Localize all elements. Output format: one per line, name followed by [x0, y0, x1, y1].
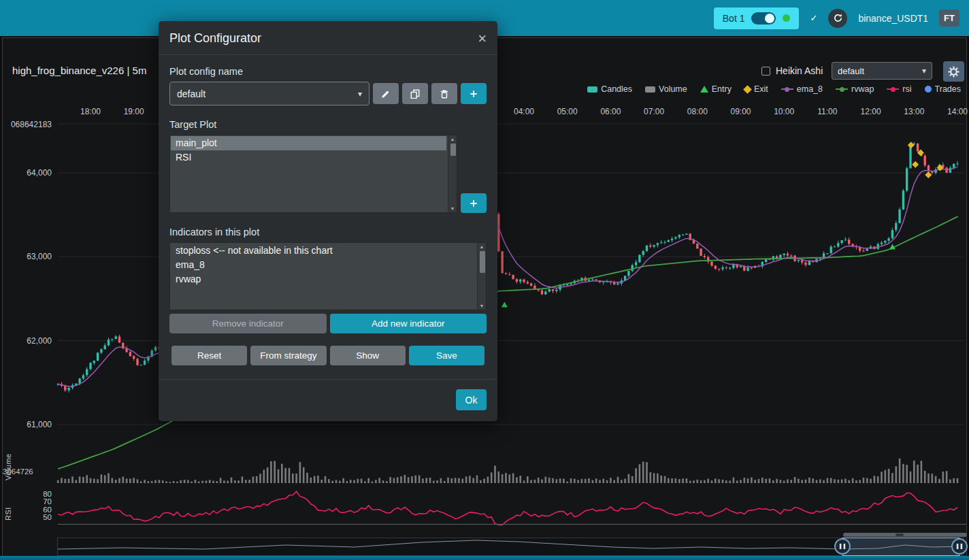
legend-item-ema_8[interactable]: ema_8 — [781, 84, 823, 94]
price-axis-label: 61,000 — [0, 420, 52, 429]
chart-title: high_frog_binance_v226 | 5m — [12, 65, 146, 76]
target-plot-list[interactable]: ▲ ▼ main_plotRSI — [169, 135, 457, 213]
heikin-ashi-checkbox[interactable] — [761, 67, 770, 76]
show-button[interactable]: Show — [330, 346, 406, 365]
modal-header: Plot Configurator × — [159, 21, 497, 55]
legend-label: Trades — [935, 84, 961, 94]
account-name: binance_USDT1 — [858, 13, 928, 24]
x-axis-label: 10:00 — [774, 107, 794, 116]
bot-toggle[interactable] — [751, 12, 776, 24]
close-icon[interactable]: × — [478, 32, 487, 46]
legend-item-rvwap[interactable]: rvwap — [836, 84, 874, 94]
scroll-up-icon[interactable]: ▲ — [480, 244, 484, 249]
candles-marker-icon — [587, 86, 597, 93]
rsi-axis-name: RSI — [4, 496, 12, 521]
scrollbar[interactable]: ▲ ▼ — [477, 243, 486, 310]
copy-config-button[interactable] — [402, 83, 428, 104]
add-plot-button[interactable] — [461, 193, 487, 213]
trades-marker-icon — [925, 86, 932, 93]
chart-config-select-value: default — [838, 66, 864, 76]
online-status-icon — [783, 14, 790, 22]
list-item[interactable]: stoploss <-- not available in this chart — [171, 244, 476, 258]
toggle-knob — [765, 14, 774, 23]
legend-item-candles[interactable]: Candles — [587, 84, 632, 94]
exit-marker-icon — [743, 85, 752, 94]
x-axis-label: 09:00 — [730, 107, 751, 116]
list-item[interactable]: rvwap — [171, 272, 476, 286]
scrollbar[interactable]: ▲ ▼ — [448, 135, 457, 212]
plot-configurator-button[interactable] — [943, 61, 964, 82]
legend-label: Candles — [601, 84, 632, 94]
add-new-indicator-button[interactable]: Add new indicator — [330, 314, 487, 333]
plus-icon — [469, 89, 478, 99]
legend-label: rvwap — [851, 84, 874, 94]
legend-item-trades[interactable]: Trades — [925, 84, 961, 94]
legend-label: Volume — [659, 84, 687, 94]
scrollbar-thumb[interactable] — [480, 251, 485, 273]
gear-icon — [948, 66, 959, 78]
add-config-button[interactable] — [461, 83, 487, 104]
bot-selector[interactable]: Bot 1 — [714, 7, 800, 29]
x-axis-label: 18:00 — [80, 107, 101, 116]
chevron-down-icon: ▾ — [922, 66, 926, 76]
from-strategy-button[interactable]: From strategy — [250, 346, 326, 365]
refresh-button[interactable] — [828, 9, 847, 28]
chart-config-select[interactable]: default ▾ — [832, 62, 932, 80]
x-axis-label: 14:00 — [947, 107, 968, 116]
pencil-icon — [381, 89, 391, 99]
edit-config-button[interactable] — [373, 83, 399, 104]
trash-icon — [440, 89, 449, 99]
legend-label: Entry — [712, 84, 732, 94]
indicators-list[interactable]: ▲ ▼ stoploss <-- not available in this c… — [169, 242, 487, 310]
chevron-down-icon: ▾ — [358, 89, 362, 99]
x-axis-label: 06:00 — [600, 107, 621, 116]
modal-footer: Ok — [159, 379, 497, 421]
reset-button[interactable]: Reset — [171, 346, 247, 365]
scrollbar-thumb[interactable] — [450, 144, 456, 156]
legend-item-volume[interactable]: Volume — [645, 84, 687, 94]
ft-logo[interactable]: FT — [939, 10, 959, 27]
x-axis-label: 08:00 — [687, 107, 708, 116]
plus-icon — [469, 199, 478, 208]
modal-body: Plot config name default ▾ — [159, 66, 497, 365]
bot-name: Bot 1 — [723, 13, 745, 24]
price-axis-top-label: 068642183 — [0, 120, 52, 129]
scroll-up-icon[interactable]: ▲ — [450, 137, 455, 142]
legend-label: Exit — [754, 84, 768, 94]
refresh-icon — [833, 13, 843, 23]
legend-label: rsi — [902, 84, 911, 94]
price-axis-label: 64,000 — [0, 168, 52, 178]
x-axis-label: 19:00 — [124, 107, 144, 116]
legend-item-rsi[interactable]: rsi — [887, 84, 911, 94]
rvwap-marker-icon — [836, 86, 848, 93]
indicators-label: Indicators in this plot — [169, 227, 487, 237]
plot-config-name-select[interactable]: default ▾ — [169, 82, 369, 105]
delete-config-button[interactable] — [431, 83, 457, 104]
copy-icon — [410, 89, 420, 99]
save-button[interactable]: Save — [409, 346, 484, 365]
price-axis-label: 62,000 — [0, 336, 52, 346]
ema_8-marker-icon — [781, 86, 793, 93]
x-axis-label: 13:00 — [904, 107, 924, 116]
rsi-marker-icon — [887, 86, 899, 93]
target-plot-label: Target Plot — [169, 119, 487, 130]
entry-marker-icon — [700, 86, 708, 93]
scroll-down-icon[interactable]: ▼ — [480, 303, 484, 308]
list-item[interactable]: RSI — [171, 150, 446, 165]
legend-item-entry[interactable]: Entry — [700, 84, 732, 94]
list-item[interactable]: ema_8 — [171, 258, 476, 272]
freqtrade-ui: high_frog_binance_v226 | 5m Heikin Ashi … — [0, 0, 969, 560]
list-item[interactable]: main_plot — [171, 136, 446, 150]
bottom-accent-bar — [0, 556, 969, 560]
heikin-ashi-label: Heikin Ashi — [776, 65, 823, 76]
x-axis-label: 04:00 — [514, 107, 534, 116]
legend-item-exit[interactable]: Exit — [744, 84, 768, 94]
remove-indicator-button[interactable]: Remove indicator — [169, 314, 327, 333]
ok-button[interactable]: Ok — [456, 389, 487, 410]
volume-marker-icon — [645, 86, 655, 93]
chart-legend: CandlesVolumeEntryExitema_8rvwaprsiTrade… — [587, 84, 961, 94]
x-axis-label: 05:00 — [557, 107, 578, 116]
check-icon: ✓ — [810, 13, 817, 23]
legend-label: ema_8 — [797, 84, 823, 94]
scroll-down-icon[interactable]: ▼ — [450, 206, 455, 211]
